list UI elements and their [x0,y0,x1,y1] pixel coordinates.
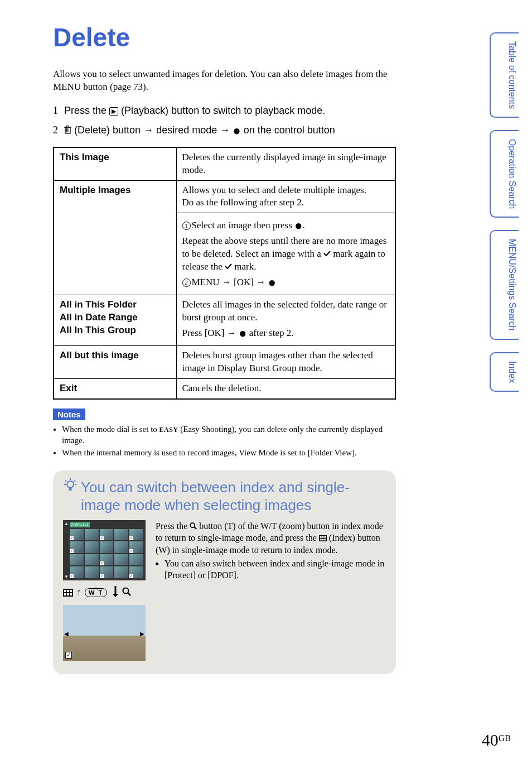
svg-marker-21 [113,594,118,597]
step2-prefix: (Delete) button [74,124,143,136]
check-icon [323,248,331,259]
tip-body-text: Press the button (T) of the W/T (zoom) b… [156,520,386,661]
table-row: All but this image Deletes burst group i… [54,346,395,379]
tip-sub-note: You can also switch between index and si… [165,558,386,582]
note-item: When the internal memory is used to reco… [62,447,396,458]
down-arrow-icon [112,586,119,599]
option-label: Exit [54,379,176,399]
step1-prefix: Press the [64,105,109,116]
option-label: All in This Folder All in Date Range All… [54,295,176,346]
note-item: When the mode dial is set to EASY (Easy … [62,424,396,446]
index-icon [319,533,327,542]
svg-rect-29 [324,536,326,538]
option-substeps: 1Select an image then press ●. Repeat th… [176,213,395,295]
svg-rect-16 [70,590,72,592]
trash-icon [64,125,71,137]
substep-1-marker: 1 [182,222,191,230]
arrow-icon: → [143,124,153,136]
step1-suffix: (Playback) button to switch to playback … [121,105,325,116]
checkbox-icon: ✓ [65,652,72,659]
intro-text: Allows you to select unwanted images for… [53,68,396,94]
up-arrow-icon: ↑ [76,587,81,598]
table-row: This Image Deletes the currently display… [54,147,395,180]
tab-operation-search[interactable]: Operation Search [490,130,519,218]
notes-list: When the mode dial is set to EASY (Easy … [53,424,396,458]
svg-rect-7 [69,488,72,491]
notes-badge: Notes [53,409,85,420]
svg-rect-2 [67,126,69,127]
step2-mid: desired mode [156,124,220,136]
date-tab: 2009-1-1 [70,522,90,527]
option-desc: Allows you to select and delete multiple… [176,180,395,213]
svg-line-9 [65,480,66,482]
option-desc: Cancels the deletion. [176,379,395,399]
step2-suffix: on the control button [244,124,335,136]
single-image-illustration: ◀ ▶ ✓ [63,605,146,661]
page-number: 40GB [482,731,511,749]
arrow-icon: → [220,124,230,136]
up-triangle-icon: ▲ [64,521,69,526]
center-button-icon: ● [294,218,303,233]
svg-rect-17 [64,593,66,595]
svg-point-24 [191,523,195,527]
table-row: All in This Folder All in Date Range All… [54,295,395,346]
delete-options-table: This Image Deletes the currently display… [53,147,396,400]
option-label: This Image [54,147,176,180]
svg-line-10 [74,480,75,482]
next-icon: ▶ [140,631,144,637]
center-button-icon: ● [239,326,247,340]
svg-rect-15 [67,590,69,592]
easy-icon: EASY [159,426,178,434]
option-label: Multiple Images [54,180,176,295]
svg-rect-32 [324,539,326,541]
svg-rect-30 [320,539,321,541]
tip-box: You can switch between index and single-… [53,470,396,674]
svg-rect-27 [320,536,321,538]
option-desc: Deletes burst group images other than th… [176,346,395,379]
svg-rect-14 [64,590,66,592]
tip-title: You can switch between index and single-… [63,478,386,515]
center-button-icon: ● [268,275,276,290]
svg-point-22 [123,588,129,593]
playback-icon: ▶ [109,107,118,116]
index-view-illustration: ▲ ▼ 2009-1-1 ✓✓✓ ✓✓ ✓ ✓✓✓ [63,520,146,580]
substep-2-marker: 2 [182,278,191,287]
tip-illustration: ▲ ▼ 2009-1-1 ✓✓✓ ✓✓ ✓ ✓✓✓ ↑ W T [63,520,147,661]
option-label: All but this image [54,346,176,379]
svg-rect-18 [67,593,69,595]
center-button-icon: ● [233,123,241,138]
table-row: Multiple Images Allows you to select and… [54,180,395,213]
svg-line-25 [195,527,197,529]
down-triangle-icon: ▼ [64,574,69,579]
svg-line-23 [128,593,131,595]
tab-menu-settings-search[interactable]: MENU/Settings Search [490,230,519,340]
svg-rect-28 [322,536,323,538]
svg-point-6 [67,481,74,488]
magnify-icon [190,521,197,531]
option-desc: Deletes all images in the selected folde… [176,295,395,346]
option-desc: Deletes the currently displayed image in… [176,147,395,180]
step-2: 2 (Delete) button → desired mode → ● on … [53,121,396,140]
table-row: Exit Cancels the deletion. [54,379,395,399]
step-1: 1 Press the ▶ (Playback) button to switc… [53,104,396,118]
magnify-icon [122,587,131,598]
index-icon [63,589,73,597]
svg-rect-19 [70,593,72,595]
svg-rect-31 [322,539,323,541]
zoom-lever-icon: W T [85,588,107,597]
page-title: Delete [53,22,396,52]
check-icon [225,261,232,272]
prev-icon: ◀ [64,631,69,637]
lightbulb-icon [64,478,76,497]
tab-table-of-contents[interactable]: Table of contents [490,32,519,118]
tab-index[interactable]: Index [490,352,519,392]
